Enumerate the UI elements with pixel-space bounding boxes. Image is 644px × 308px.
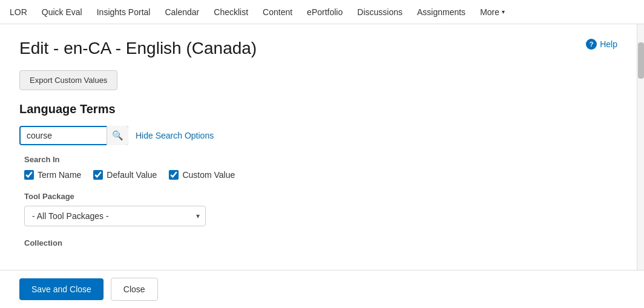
checkbox-term-name-input[interactable] [24,170,34,180]
nav-item-quick-eval[interactable]: Quick Eval [42,7,82,17]
nav-item-more[interactable]: More ▾ [480,7,505,17]
help-link[interactable]: ? Help [586,39,617,50]
export-custom-values-button[interactable]: Export Custom Values [19,70,117,90]
checkbox-row: Term Name Default Value Custom Value [24,170,617,180]
checkbox-custom-value-label: Custom Value [182,170,235,180]
collection-label: Collection [24,238,617,247]
scrollbar-thumb[interactable] [638,42,644,79]
save-and-close-button[interactable]: Save and Close [19,278,104,300]
search-input-wrapper: 🔍 [19,126,128,145]
checkbox-default-value-input[interactable] [93,170,103,180]
checkbox-term-name-label: Term Name [38,170,81,180]
page-header: Edit - en-CA - English (Canada) ? Help [19,39,617,58]
search-icon: 🔍 [112,130,123,141]
main-wrapper: Edit - en-CA - English (Canada) ? Help E… [0,24,644,270]
help-label: Help [600,39,617,49]
language-terms-heading: Language Terms [19,102,617,116]
checkbox-term-name[interactable]: Term Name [24,170,81,180]
nav-item-calendar[interactable]: Calendar [165,7,199,17]
page-title: Edit - en-CA - English (Canada) [19,39,257,58]
tool-package-select-wrapper: - All Tool Packages - ▾ [24,206,206,226]
search-row: 🔍 Hide Search Options [19,126,617,145]
nav-item-checklist[interactable]: Checklist [214,7,248,17]
footer: Save and Close Close [0,270,644,308]
tool-package-select[interactable]: - All Tool Packages - [24,206,206,226]
more-chevron-icon: ▾ [502,8,505,15]
nav-item-insights-portal[interactable]: Insights Portal [97,7,151,17]
nav-item-assignments[interactable]: Assignments [417,7,465,17]
search-options-panel: Search In Term Name Default Value Custom… [24,155,617,247]
top-navigation: LOR Quick Eval Insights Portal Calendar … [0,0,644,24]
tool-package-label: Tool Package [24,192,617,201]
nav-item-content[interactable]: Content [263,7,292,17]
help-icon: ? [586,39,597,50]
checkbox-custom-value-input[interactable] [169,170,179,180]
checkbox-default-value[interactable]: Default Value [93,170,157,180]
checkbox-default-value-label: Default Value [107,170,157,180]
hide-search-options-link[interactable]: Hide Search Options [136,131,214,140]
search-button[interactable]: 🔍 [107,126,128,145]
nav-item-discussions[interactable]: Discussions [357,7,402,17]
checkbox-custom-value[interactable]: Custom Value [169,170,235,180]
scrollbar-track[interactable] [637,24,644,270]
nav-item-lor[interactable]: LOR [10,7,27,17]
close-button[interactable]: Close [111,278,158,301]
search-in-label: Search In [24,155,617,164]
content-area: Edit - en-CA - English (Canada) ? Help E… [0,24,637,270]
nav-item-eportfolio[interactable]: ePortfolio [307,7,343,17]
